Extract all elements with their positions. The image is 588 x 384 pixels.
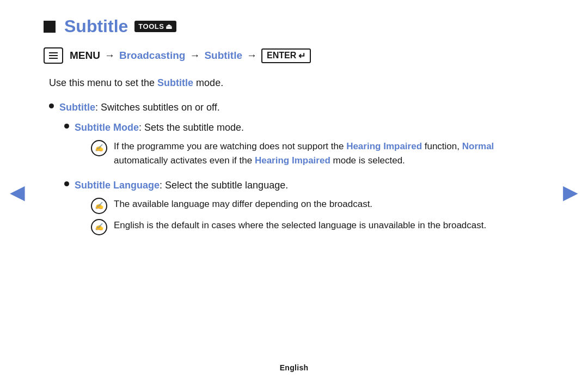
menu-line-2 <box>49 55 58 56</box>
note-2: ✍ The available language may differ depe… <box>91 197 486 214</box>
note-icon-3: ✍ <box>91 219 107 235</box>
note-3-text: English is the default in cases where th… <box>114 218 486 233</box>
list-item-subtitle-mode: Subtitle Mode: Sets the subtitle mode. ✍… <box>64 120 544 173</box>
enter-label: ENTER <box>267 51 296 60</box>
bullet-1-suffix: : Switches subtitles on or off. <box>95 102 220 113</box>
note-1-link2: Normal <box>462 141 494 151</box>
intro-paragraph: Use this menu to set the Subtitle mode. <box>49 76 544 90</box>
arrow-2: → <box>189 50 200 62</box>
sub-bullet-list: Subtitle Mode: Sets the subtitle mode. ✍… <box>64 120 544 240</box>
note-1-link1: Hearing Impaired <box>346 141 422 151</box>
nav-right-arrow[interactable]: ▶ <box>563 181 578 204</box>
arrow-1: → <box>105 50 115 62</box>
main-content: Use this menu to set the Subtitle mode. … <box>44 76 544 240</box>
sub-bullet-1-suffix: : Sets the subtitle mode. <box>139 122 244 133</box>
page-header: Subtitle TOOLS⏏ <box>44 16 544 36</box>
tools-label: TOOLS <box>138 22 164 31</box>
note-1-after: mode is selected. <box>330 155 405 166</box>
note-icon-2: ✍ <box>91 198 107 214</box>
list-item-subtitle: Subtitle: Switches subtitles on or off. <box>49 100 544 115</box>
bullet-list: Subtitle: Switches subtitles on or off. <box>49 100 544 115</box>
sub-bullet-2-suffix: : Select the subtitle language. <box>160 180 288 191</box>
sub-bullet-1-text: Subtitle Mode: Sets the subtitle mode. <box>75 122 244 133</box>
note-3: ✍ English is the default in cases where … <box>91 218 486 235</box>
page-container: Subtitle TOOLS⏏ MENU → Broadcasting → Su… <box>0 0 588 384</box>
note-1: ✍ If the programme you are watching does… <box>91 139 544 168</box>
intro-text-after: mode. <box>193 77 223 88</box>
sub-bullet-dot-2 <box>64 181 69 186</box>
sub-bullet-2-text: Subtitle Language: Select the subtitle l… <box>75 180 288 191</box>
menu-line-1 <box>49 52 58 53</box>
footer-language: English <box>280 363 309 372</box>
note-1-link3: Hearing Impaired <box>255 155 330 166</box>
breadcrumb-broadcasting: Broadcasting <box>119 50 185 62</box>
bullet-dot-1 <box>49 103 54 108</box>
sub-bullet-2-link: Subtitle Language <box>75 180 160 191</box>
bullet-1-link: Subtitle <box>59 102 95 113</box>
sub-item-2-content: Subtitle Language: Select the subtitle l… <box>75 178 486 240</box>
note-1-text: If the programme you are watching does n… <box>114 139 544 168</box>
enter-icon: ENTER↵ <box>261 48 311 63</box>
sub-item-1-content: Subtitle Mode: Sets the subtitle mode. ✍… <box>75 120 544 173</box>
black-square-icon <box>44 21 56 33</box>
bullet-1-text: Subtitle: Switches subtitles on or off. <box>59 100 220 115</box>
intro-text-before: Use this menu to set the <box>49 77 157 88</box>
list-item-subtitle-language: Subtitle Language: Select the subtitle l… <box>64 178 544 240</box>
page-title: Subtitle <box>64 16 128 36</box>
enter-arrow-icon: ↵ <box>298 51 305 61</box>
sub-bullet-1-link: Subtitle Mode <box>75 122 139 133</box>
menu-line-3 <box>49 58 58 59</box>
note-2-text: The available language may differ depend… <box>114 197 486 211</box>
breadcrumb: MENU → Broadcasting → Subtitle → ENTER↵ <box>44 47 544 64</box>
menu-lines <box>49 52 58 59</box>
nav-left-arrow[interactable]: ◀ <box>10 181 25 204</box>
sub-bullet-dot-1 <box>64 124 69 129</box>
note-icon-1: ✍ <box>91 140 107 156</box>
tools-badge: TOOLS⏏ <box>134 21 176 32</box>
note-1-before: If the programme you are watching does n… <box>114 141 346 151</box>
intro-subtitle-link: Subtitle <box>157 77 193 88</box>
menu-icon <box>44 47 63 64</box>
tools-icon-symbol: ⏏ <box>166 22 173 31</box>
note-1-middle2: automatically activates even if the <box>114 155 255 166</box>
arrow-3: → <box>247 50 257 62</box>
breadcrumb-subtitle: Subtitle <box>204 50 242 62</box>
note-1-middle1: function, <box>422 141 462 151</box>
menu-label: MENU <box>70 50 100 62</box>
